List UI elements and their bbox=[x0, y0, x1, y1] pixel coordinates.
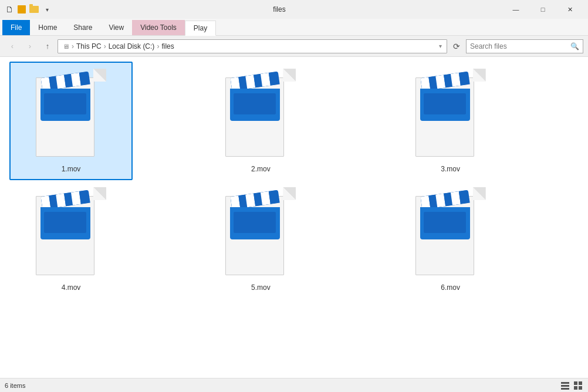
path-separator-3: › bbox=[157, 42, 159, 50]
tab-home[interactable]: Home bbox=[30, 20, 65, 35]
list-item[interactable]: 4.mov bbox=[9, 180, 133, 299]
file-label: 4.mov bbox=[62, 283, 81, 292]
search-icon: 🔍 bbox=[570, 42, 579, 50]
maximize-button[interactable]: □ bbox=[529, 0, 556, 19]
file-icon-5 bbox=[219, 187, 302, 281]
tab-play[interactable]: Play bbox=[185, 21, 216, 36]
close-button[interactable]: ✕ bbox=[556, 0, 583, 19]
window-controls: — □ ✕ bbox=[502, 0, 583, 19]
file-label: 5.mov bbox=[251, 283, 271, 292]
svg-rect-0 bbox=[561, 382, 569, 384]
path-localdisk[interactable]: Local Disk (C:) bbox=[109, 42, 155, 50]
large-icon-view-icon[interactable] bbox=[573, 380, 583, 391]
svg-rect-6 bbox=[579, 386, 582, 390]
forward-button[interactable]: › bbox=[22, 39, 38, 54]
address-path[interactable]: 🖥 › This PC › Local Disk (C:) › files ▾ bbox=[58, 39, 447, 53]
status-bar: 6 items bbox=[0, 378, 588, 392]
path-dropdown-icon[interactable]: ▾ bbox=[439, 43, 442, 49]
svg-rect-2 bbox=[561, 388, 569, 390]
window-title: files bbox=[56, 5, 502, 13]
file-icon-2 bbox=[219, 69, 302, 163]
view-toggle-icons bbox=[560, 380, 583, 391]
file-label: 6.mov bbox=[441, 283, 460, 292]
search-input[interactable] bbox=[470, 42, 568, 50]
main-area: 1.mov bbox=[0, 57, 588, 378]
path-files[interactable]: files bbox=[161, 42, 174, 50]
ribbon-tab-bar: File Home Share View Video Tools Play bbox=[0, 19, 588, 35]
path-separator-1: › bbox=[72, 42, 74, 50]
tab-view[interactable]: View bbox=[100, 20, 132, 35]
svg-rect-4 bbox=[579, 381, 582, 385]
path-separator-2: › bbox=[104, 42, 106, 50]
file-icon-6 bbox=[410, 187, 492, 281]
tab-video-tools[interactable]: Video Tools bbox=[132, 20, 185, 35]
ribbon: File Home Share View Video Tools Play bbox=[0, 19, 588, 36]
quick-access-icon: ▾ bbox=[42, 5, 52, 14]
address-bar: ‹ › ↑ 🖥 › This PC › Local Disk (C:) › fi… bbox=[0, 36, 588, 57]
file-label: 2.mov bbox=[251, 165, 271, 173]
folder-icon bbox=[29, 6, 39, 13]
tab-share[interactable]: Share bbox=[65, 20, 100, 35]
file-area: 1.mov bbox=[0, 57, 588, 378]
list-item[interactable]: 5.mov bbox=[199, 180, 322, 299]
file-label: 3.mov bbox=[441, 165, 460, 173]
system-icon-1: 🗋 bbox=[5, 5, 14, 14]
title-bar-system-icons: 🗋 ▾ bbox=[5, 5, 52, 14]
file-label: 1.mov bbox=[62, 165, 81, 173]
title-bar: 🗋 ▾ files — □ ✕ bbox=[0, 0, 588, 19]
system-icon-2 bbox=[18, 5, 26, 13]
path-thispc[interactable]: This PC bbox=[76, 42, 102, 50]
list-item[interactable]: 6.mov bbox=[389, 180, 512, 299]
svg-rect-3 bbox=[574, 381, 577, 385]
refresh-button[interactable]: ⟳ bbox=[450, 39, 464, 53]
svg-rect-5 bbox=[574, 386, 577, 390]
list-item[interactable]: 3.mov bbox=[389, 62, 512, 180]
file-icon-1 bbox=[30, 69, 112, 163]
file-icon-4 bbox=[30, 187, 112, 281]
file-icon-3 bbox=[410, 69, 492, 163]
path-home-icon: 🖥 bbox=[63, 43, 69, 50]
back-button[interactable]: ‹ bbox=[5, 39, 20, 54]
list-item[interactable]: 2.mov bbox=[199, 62, 322, 180]
item-count: 6 items bbox=[5, 382, 25, 389]
svg-rect-1 bbox=[561, 385, 569, 387]
list-item[interactable]: 1.mov bbox=[9, 62, 133, 180]
search-box: 🔍 bbox=[466, 39, 583, 53]
file-grid: 1.mov bbox=[9, 62, 579, 299]
up-button[interactable]: ↑ bbox=[40, 39, 55, 54]
tab-file[interactable]: File bbox=[2, 20, 30, 35]
details-view-icon[interactable] bbox=[560, 380, 570, 391]
minimize-button[interactable]: — bbox=[502, 0, 529, 19]
